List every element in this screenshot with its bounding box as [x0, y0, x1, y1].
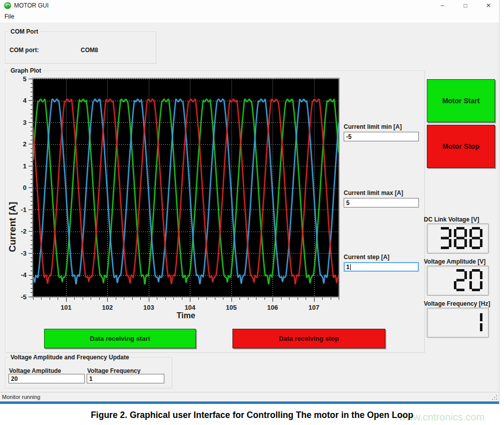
svg-text:1: 1 [23, 162, 27, 170]
svg-text:103: 103 [143, 304, 154, 311]
svg-text:106: 106 [267, 304, 278, 311]
figure-caption: Figure 2. Graphical user Interface for C… [0, 410, 504, 420]
current-step-value: 1 [346, 264, 350, 271]
seven-segment-digits [427, 224, 487, 252]
data-receiving-stop-button[interactable]: Data receiving stop [232, 329, 385, 348]
status-bar: Monitor running [0, 392, 499, 402]
dc-link-voltage-display [427, 224, 489, 254]
svg-text:102: 102 [102, 304, 113, 311]
voltage-frequency-display [427, 308, 489, 338]
menu-file[interactable]: File [0, 11, 19, 22]
svg-text:105: 105 [226, 304, 237, 311]
voltage-update-group-legend: Voltage Amplitude and Frequency Update [9, 354, 131, 361]
com-port-group: COM Port COM port: COM8 [5, 32, 156, 64]
y-axis-label: Current [A] [7, 162, 20, 292]
screenshot-page: MOTOR GUI – □ ✕ File COM Port COM port: … [0, 0, 504, 425]
voltage-frequency-input[interactable] [87, 374, 164, 383]
figure-caption-row: www.cntronics.com Figure 2. Graphical us… [0, 410, 504, 425]
svg-text:-2: -2 [21, 228, 27, 235]
current-waveform-chart: 543210-1-2-3-4-5101102103104105106107 [20, 75, 346, 326]
minimize-button[interactable]: – [434, 0, 451, 11]
x-axis-label: Time [161, 311, 211, 320]
current-limit-max-input[interactable] [344, 198, 419, 207]
voltage-frequency-input-label: Voltage Frequency [87, 367, 140, 374]
motor-gui-window: MOTOR GUI – □ ✕ File COM Port COM port: … [0, 0, 499, 404]
svg-text:-3: -3 [21, 250, 27, 257]
current-limit-min-label: Current limit min [A] [344, 123, 402, 130]
graph-plot-group-legend: Graph Plot [9, 67, 43, 74]
svg-text:3: 3 [23, 119, 27, 126]
motor-start-button[interactable]: Motor Start [427, 79, 495, 122]
seven-segment-digits [427, 308, 487, 336]
current-step-label: Current step [A] [344, 254, 389, 261]
text-caret [350, 264, 351, 270]
svg-text:2: 2 [23, 140, 27, 148]
voltage-frequency-display-label: Voltage Frequency [Hz] [424, 300, 490, 307]
svg-text:-4: -4 [21, 271, 27, 279]
voltage-amplitude-input-label: Voltage Amplitude [9, 367, 61, 374]
com-port-value: COM8 [81, 47, 98, 54]
maximize-button[interactable]: □ [457, 0, 474, 11]
svg-text:4: 4 [23, 97, 27, 104]
com-port-group-legend: COM Port [9, 28, 40, 35]
title-bar[interactable]: MOTOR GUI – □ ✕ [0, 0, 499, 11]
svg-text:107: 107 [309, 304, 320, 311]
voltage-amplitude-display [427, 266, 489, 296]
com-port-label: COM port: [10, 47, 39, 54]
svg-text:5: 5 [23, 75, 27, 83]
seven-segment-digits [427, 266, 487, 294]
current-limit-min-input[interactable] [344, 132, 419, 141]
resize-grip-icon[interactable] [496, 399, 497, 400]
current-limit-max-label: Current limit max [A] [344, 189, 403, 196]
window-title: MOTOR GUI [14, 2, 49, 9]
window-bottom-border [0, 401, 499, 404]
menu-bar: File [0, 11, 499, 23]
voltage-amplitude-input[interactable] [9, 374, 85, 383]
close-button[interactable]: ✕ [480, 0, 497, 11]
voltage-update-group: Voltage Amplitude and Frequency Update V… [5, 357, 172, 388]
app-icon [4, 2, 11, 9]
status-text: Monitor running [2, 394, 40, 400]
svg-text:104: 104 [184, 304, 195, 311]
svg-text:0: 0 [23, 184, 27, 191]
svg-text:-5: -5 [21, 293, 27, 301]
voltage-amplitude-display-label: Voltage Amplitude [V] [424, 258, 485, 265]
dc-link-voltage-label: DC Link Voltage [V] [424, 216, 479, 223]
data-receiving-start-button[interactable]: Data receiving start [44, 329, 196, 348]
motor-stop-button[interactable]: Motor Stop [427, 125, 495, 168]
svg-text:-1: -1 [21, 206, 27, 214]
svg-text:101: 101 [61, 304, 72, 311]
current-step-input[interactable]: 1 [344, 262, 419, 272]
